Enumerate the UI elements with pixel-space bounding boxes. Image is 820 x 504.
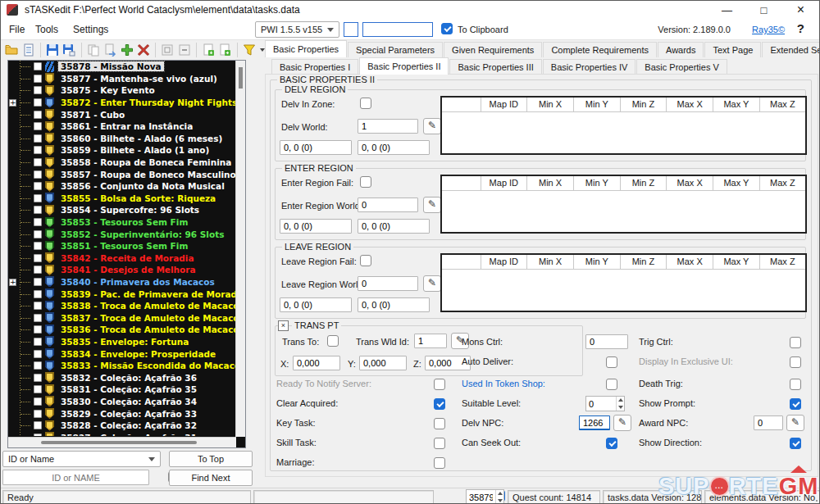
close-button[interactable]: × (782, 1, 819, 19)
tree-checkbox[interactable] (34, 62, 42, 70)
tree-checkbox[interactable] (34, 374, 42, 382)
spin-up-icon[interactable] (496, 490, 503, 497)
trans-wld-id-input[interactable] (414, 334, 447, 348)
used-token-checkbox[interactable] (606, 379, 617, 390)
export-checked-icon[interactable] (202, 43, 215, 57)
tree-item[interactable]: 35828 - Coleção: Açafrão 32 (8, 420, 236, 432)
region-table[interactable]: Map IDMin XMin YMin ZMax XMax YMax Z (440, 253, 807, 312)
delv-in-zone-checkbox[interactable] (360, 98, 371, 109)
expand-icon[interactable]: + (9, 99, 16, 107)
tree-item[interactable]: 35833 - Missão Escondida do Macaco (8, 360, 236, 372)
scrollbar-thumb[interactable] (239, 67, 243, 89)
tree-checkbox[interactable] (34, 170, 42, 179)
report-doc-icon[interactable] (21, 43, 34, 57)
tree-checkbox[interactable] (34, 302, 42, 310)
tree-checkbox[interactable] (34, 75, 42, 83)
tree-item[interactable]: 35855 - Bolsa da Sorte: Riqueza (8, 193, 236, 205)
spin-down-icon[interactable] (617, 404, 624, 411)
quick-box[interactable] (344, 22, 358, 37)
tab-text-page[interactable]: Text Page (704, 42, 761, 57)
marriage-checkbox[interactable] (434, 457, 445, 469)
author-link[interactable]: Ray35© (752, 25, 785, 34)
tree-item[interactable]: 35831 - Coleção: Açafrão 35 (8, 384, 236, 396)
tab-awards[interactable]: Awards (658, 42, 704, 57)
x-input[interactable] (293, 356, 340, 370)
trig-ctrl-checkbox[interactable] (790, 337, 801, 348)
delv-npc-input[interactable] (579, 415, 610, 430)
maximize-button[interactable]: □ (745, 1, 782, 19)
tree-checkbox[interactable] (34, 206, 42, 214)
copy-icon[interactable] (87, 43, 100, 57)
region-coords-field-1[interactable] (280, 140, 352, 155)
award-npc-input[interactable] (754, 415, 783, 430)
tree-checkbox[interactable] (34, 98, 42, 107)
auto-deliver-checkbox[interactable] (606, 356, 617, 368)
tree-item[interactable]: 35875 - Key Evento (8, 84, 236, 97)
status-id-spinner[interactable] (466, 489, 504, 504)
collapse-all-icon[interactable] (161, 43, 174, 57)
filter-icon[interactable] (243, 43, 256, 57)
tree-checkbox[interactable] (34, 361, 42, 370)
tree-checkbox[interactable] (34, 338, 42, 346)
delete-icon[interactable] (137, 43, 150, 57)
search-mode-select[interactable]: ID or Name (2, 451, 161, 467)
add-icon[interactable] (120, 43, 133, 57)
minimize-button[interactable]: — (708, 1, 745, 19)
edit-pencil-button[interactable]: ✎ (423, 118, 441, 134)
clear-acquired-checkbox[interactable] (434, 398, 445, 410)
tree-checkbox[interactable] (34, 218, 42, 226)
tab-complete-requirements[interactable]: Complete Requirements (543, 42, 657, 57)
expand-icon[interactable]: + (9, 279, 16, 286)
tree-item[interactable]: 35832 - Coleção: Açafrão 36 (8, 371, 236, 384)
tree-item[interactable]: 35838 - Troca de Amuleto de Macaco (8, 300, 236, 312)
trans-pt-toggle-icon[interactable]: × (278, 320, 289, 331)
y-input[interactable] (359, 356, 407, 370)
find-next-button[interactable]: Find Next (169, 470, 253, 486)
help-icon[interactable]: ? (797, 21, 804, 35)
paste-export-icon[interactable] (103, 43, 116, 57)
tree-item[interactable]: 35829 - Coleção: Açafrão 33 (8, 407, 236, 420)
tree-checkbox[interactable] (34, 182, 42, 190)
region-coords-field-2[interactable] (358, 140, 430, 155)
region-table[interactable]: Map IDMin XMin YMin ZMax XMax YMax Z (440, 96, 807, 155)
edit-pencil-button[interactable]: ✎ (423, 275, 441, 292)
tree-item[interactable]: 35857 - Roupa de Boneco Masculino (8, 168, 236, 180)
tab-basic-properties-5[interactable]: Basic Properties V (636, 59, 727, 75)
tree-checkbox[interactable] (34, 410, 42, 418)
to-clipboard-checkbox[interactable] (441, 23, 453, 34)
tree-horizontal-scrollbar[interactable] (8, 437, 236, 447)
tab-basic-properties-1[interactable]: Basic Properties I (271, 59, 358, 75)
mons-ctrl-input[interactable] (585, 334, 628, 349)
tree-item[interactable]: 35858 - Roupa de Boneca Feminina (8, 157, 236, 169)
tree-checkbox[interactable] (34, 122, 42, 130)
show-direction-checkbox[interactable] (790, 438, 801, 449)
tree-checkbox[interactable] (34, 146, 42, 154)
tree-checkbox[interactable] (34, 111, 42, 119)
tab-basic-properties-3[interactable]: Basic Properties III (449, 59, 541, 75)
tree-checkbox[interactable] (34, 194, 42, 202)
edit-pencil-button[interactable]: ✎ (613, 415, 631, 431)
tab-basic-properties-4[interactable]: Basic Properties IV (543, 59, 636, 75)
tree-item[interactable]: 35830 - Coleção: Açafrão 34 (8, 396, 236, 408)
tree-item[interactable]: 35841 - Desejos de Melhora (8, 264, 236, 276)
menu-file[interactable]: File (4, 22, 30, 37)
edit-pencil-button[interactable]: ✎ (786, 415, 804, 431)
tree-checkbox[interactable] (34, 314, 42, 322)
tree-checkbox[interactable] (34, 242, 42, 250)
ready-notify-checkbox[interactable] (434, 379, 445, 390)
scrollbar-thumb[interactable] (41, 441, 197, 444)
tree-item[interactable]: 35860 - Bilhete - Alado (6 meses) (8, 133, 236, 145)
open-folder-icon[interactable] (5, 43, 18, 57)
tree-checkbox[interactable] (34, 158, 42, 166)
tree-item[interactable]: 35839 - Pac. de Primavera de Moradia (8, 288, 236, 300)
tree-checkbox[interactable] (34, 434, 42, 436)
tree-item[interactable]: 35851 - Tesouros Sem Fim (8, 240, 236, 252)
show-prompt-checkbox[interactable] (790, 398, 801, 410)
tab-basic-properties[interactable]: Basic Properties (265, 40, 347, 57)
to-top-button[interactable]: To Top (169, 451, 253, 467)
status-id-value[interactable] (467, 490, 495, 504)
save-as-icon[interactable] (62, 43, 75, 57)
quick-search-input[interactable] (362, 22, 433, 37)
tree-item[interactable]: 35836 - Troca de Amuleto de Macaco (8, 324, 236, 336)
tree-item[interactable]: 35827 - Coleção: Açafrão 31 (8, 431, 236, 436)
